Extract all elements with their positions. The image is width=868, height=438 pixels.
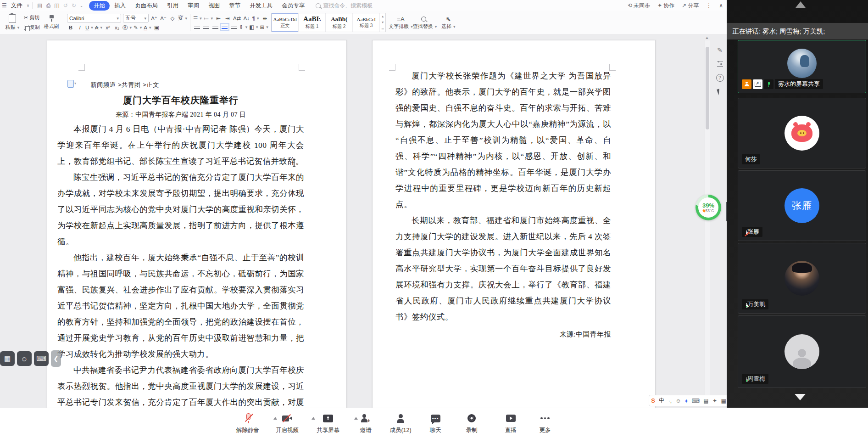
participant-tile[interactable]: 万美凯 <box>738 243 866 314</box>
distribute-text-icon[interactable] <box>230 23 237 31</box>
paste-button[interactable]: 粘贴▾ <box>3 12 22 33</box>
format-painter-button[interactable]: 格式刷 <box>42 12 61 33</box>
more-button[interactable]: 更多 <box>530 411 560 434</box>
document-canvas[interactable]: 新闻频道 >共青团 >正文 厦门大学百年校庆隆重举行 来源：中国青年报客户端 2… <box>0 34 727 408</box>
font-name-select[interactable]: Calibri▾ <box>67 14 121 22</box>
sort-icon[interactable]: A↓ <box>243 15 250 22</box>
ime-skin-icon[interactable]: ▦ <box>721 398 726 404</box>
tab-page-layout[interactable]: 页面布局 <box>130 1 162 11</box>
tab-section[interactable]: 章节 <box>224 1 245 11</box>
invite-button[interactable]: + 邀请 <box>349 411 382 434</box>
pointer-icon[interactable] <box>715 86 725 96</box>
redo-icon[interactable]: ↻ <box>72 2 76 9</box>
tab-view[interactable]: 视图 <box>204 1 224 11</box>
print-icon[interactable]: ⎙ <box>46 2 51 9</box>
font-color-icon[interactable]: A▾ <box>144 24 151 31</box>
ime-language-mode[interactable]: 中 <box>659 397 664 404</box>
participant-tile[interactable]: 何莎 <box>738 98 866 168</box>
document-page-2[interactable]: 厦门大学校长张荣作题为《建世界之大学 为吾国放异彩》的致辞。他表示，厦门大学的百… <box>372 40 656 408</box>
collaborate-button[interactable]: ✦协作 <box>657 2 674 10</box>
unmute-button[interactable]: 解除静音 <box>228 411 267 434</box>
start-video-button[interactable]: 开启视频 <box>267 411 307 434</box>
character-shading-icon[interactable]: ▣ <box>153 24 160 31</box>
distribute-icon[interactable]: ⇹ <box>261 15 268 22</box>
scrollbar-thumb[interactable] <box>706 47 709 129</box>
italic-button[interactable]: I <box>76 24 83 31</box>
file-menu[interactable]: 文件 <box>11 2 22 10</box>
style-gallery-scroll[interactable]: ▲▼═ <box>380 13 385 32</box>
ime-emoji-icon[interactable]: ☺ <box>675 398 681 404</box>
cut-button[interactable]: ✂ 剪切 <box>22 14 42 22</box>
strikethrough-button[interactable]: A▾ <box>95 24 102 31</box>
vertical-scrollbar[interactable] <box>705 40 710 405</box>
share-screen-button[interactable]: 共享屏幕 <box>307 411 349 434</box>
annotate-pen-icon[interactable]: ✎ <box>715 45 725 55</box>
style-heading3[interactable]: AaBbCcI 标题 3 <box>353 13 380 32</box>
emoji-reaction-icon[interactable]: ☺ <box>17 351 32 366</box>
quickbar-caret-icon[interactable]: ⌄ <box>80 3 83 8</box>
text-layout-button[interactable]: ≡A 文字排版▾ <box>389 12 413 33</box>
caption-keyboard-icon[interactable]: ⌨ <box>34 351 49 366</box>
live-stream-button[interactable]: 直播 <box>491 411 530 434</box>
align-left-icon[interactable] <box>193 23 200 31</box>
font-size-select[interactable]: 五号▾ <box>123 14 149 22</box>
select-button[interactable]: ⬉ 选择▾ <box>437 12 460 33</box>
file-menu-caret-icon[interactable]: ∨ <box>27 3 30 8</box>
highlight-color-icon[interactable]: ✎▾ <box>134 24 142 31</box>
participant-tile[interactable]: 张雁 张雁 <box>738 170 866 241</box>
record-button[interactable]: 录制 <box>452 411 491 434</box>
ime-keyboard-icon[interactable]: ⌨ <box>692 398 700 404</box>
members-button[interactable]: 成员(12) <box>382 411 419 434</box>
ime-punctuation-icon[interactable]: ·, <box>668 398 672 404</box>
tab-insert[interactable]: 插入 <box>110 1 130 11</box>
document-page-1[interactable]: 新闻频道 >共青团 >正文 厦门大学百年校庆隆重举行 来源：中国青年报客户端 2… <box>47 40 347 408</box>
chat-button[interactable]: ••• 聊天 <box>419 411 452 434</box>
adjust-sliders-icon[interactable] <box>715 59 725 69</box>
collapse-left-icon[interactable]: ❮ <box>51 350 61 367</box>
style-heading1[interactable]: AaBĿ 标题 1 <box>299 13 326 32</box>
participant-tile[interactable]: 周雪梅 <box>738 315 866 388</box>
help-icon[interactable]: ? <box>715 73 725 83</box>
decrease-font-icon[interactable]: A⁻ <box>160 15 167 22</box>
print-preview-icon[interactable]: ◫ <box>54 2 59 9</box>
borders-icon[interactable]: ⊞▾ <box>260 23 268 31</box>
battery-widget[interactable]: 39% 53°C <box>696 195 721 220</box>
show-marks-icon[interactable]: ¶▾ <box>252 15 259 22</box>
tab-references[interactable]: 引用 <box>162 1 183 11</box>
align-right-icon[interactable] <box>211 23 219 31</box>
ime-toolbox-icon[interactable]: ✦ <box>712 398 717 404</box>
tab-developer[interactable]: 开发工具 <box>245 1 277 11</box>
ime-mic-icon[interactable]: ♦ <box>685 398 688 404</box>
apps-grid-icon[interactable]: ▦ <box>0 351 15 366</box>
find-replace-button[interactable]: 查找替换▾ <box>413 12 437 33</box>
more-menu-icon[interactable]: ⋮ <box>706 2 712 9</box>
scroll-participants-down-icon[interactable] <box>795 394 806 400</box>
scroll-up-icon[interactable]: ▲ <box>704 35 710 40</box>
decrease-indent-icon[interactable]: ⇤ <box>215 15 222 22</box>
sync-status[interactable]: ⟲未同步 <box>628 2 650 10</box>
bold-button[interactable]: B <box>67 24 74 31</box>
shading-icon[interactable]: ◧▾ <box>249 23 258 31</box>
line-spacing-icon[interactable]: ⇕▾ <box>239 23 247 31</box>
subscript-button[interactable]: x₂ <box>113 24 121 31</box>
increase-indent-icon[interactable]: ⇥ <box>224 15 231 22</box>
underline-button[interactable]: U▾ <box>85 24 93 31</box>
numbered-list-icon[interactable]: ≔▾ <box>204 15 213 22</box>
align-center-icon[interactable] <box>202 23 210 31</box>
save-icon[interactable]: ▤ <box>37 2 42 9</box>
share-button[interactable]: ↗分享 <box>682 2 699 10</box>
justify-icon[interactable] <box>221 23 228 31</box>
command-search[interactable]: 查找命令、搜索模板 <box>316 2 373 10</box>
ime-toolbar[interactable]: S 中 ·, ☺ ♦ ⌨ ▤ ✦ ▦ <box>649 395 729 406</box>
bullet-list-icon[interactable]: ☰▾ <box>193 15 202 22</box>
increase-font-icon[interactable]: A⁺ <box>150 15 158 22</box>
tab-home[interactable]: 开始 <box>89 1 110 11</box>
undo-icon[interactable]: ↺ <box>63 2 68 9</box>
style-heading2[interactable]: AaBb( 标题 2 <box>326 13 353 32</box>
phonetic-guide-icon[interactable]: 変▾ <box>178 15 187 22</box>
ime-clipboard-icon[interactable]: ▤ <box>703 398 708 404</box>
collapse-ribbon-icon[interactable]: ∧ <box>719 2 723 9</box>
superscript-button[interactable]: x² <box>104 24 111 31</box>
text-effects-icon[interactable]: Ⓐ▾ <box>122 24 132 31</box>
ime-logo[interactable]: S <box>651 397 655 404</box>
